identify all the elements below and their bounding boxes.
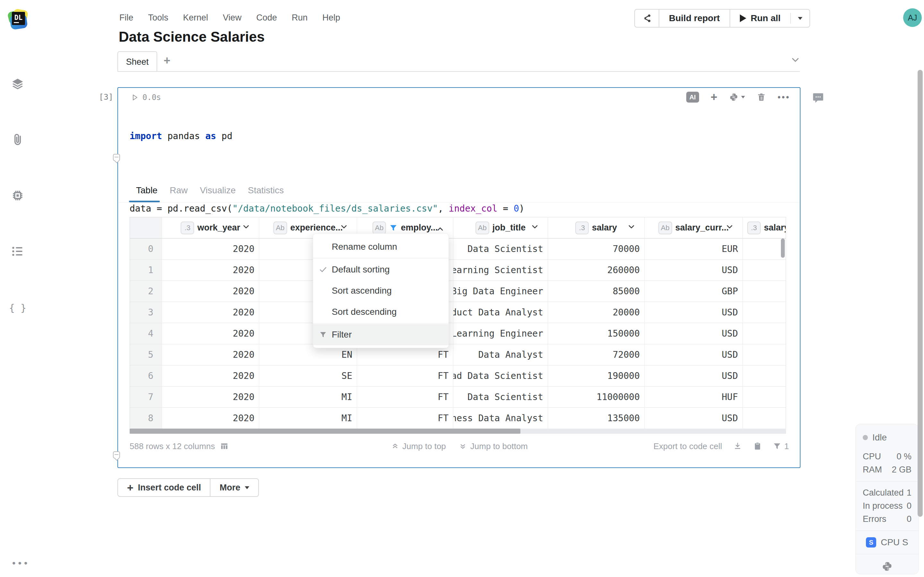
menu-item-sort-ascending[interactable]: Sort ascending — [313, 280, 449, 301]
avatar[interactable]: AJ — [903, 8, 922, 27]
run-all-button[interactable]: Run all — [730, 10, 790, 27]
comment-icon[interactable] — [811, 91, 825, 106]
chevron-down-icon[interactable] — [242, 222, 250, 234]
table-cell[interactable] — [743, 281, 786, 302]
column-header-salary-in-usd[interactable]: .3salary_i — [743, 218, 786, 239]
table-cell[interactable]: USD — [645, 408, 743, 429]
export-to-code-cell-button[interactable]: Export to code cell — [654, 442, 722, 451]
table-cell[interactable]: GBP — [645, 281, 743, 302]
tab-raw[interactable]: Raw — [170, 184, 188, 197]
more-button[interactable]: More — [210, 479, 258, 496]
run-options-dropdown[interactable] — [791, 10, 809, 27]
table-cell[interactable]: Machine Learning Scientist — [453, 259, 548, 281]
table-cell[interactable]: 2020 — [162, 366, 259, 387]
table-cell[interactable]: 2020 — [162, 302, 259, 323]
table-horizontal-scrollbar[interactable] — [129, 429, 786, 434]
table-cell[interactable] — [743, 239, 786, 259]
share-button[interactable] — [635, 10, 659, 27]
column-header-job-title[interactable]: Abjob_title — [453, 218, 548, 239]
table-cell[interactable]: 2020 — [162, 259, 259, 281]
table-cell[interactable]: Product Data Analyst — [453, 302, 548, 323]
table-cell[interactable]: Data Scientist — [453, 387, 548, 408]
table-cell[interactable] — [743, 408, 786, 429]
table-cell[interactable] — [743, 366, 786, 387]
chevron-down-icon[interactable] — [725, 222, 734, 234]
sidebar-more-icon[interactable]: ••• — [12, 558, 30, 569]
table-cell[interactable]: 70000 — [548, 239, 645, 259]
cell-collapse-handle[interactable] — [113, 154, 120, 161]
table-cell[interactable]: FT — [357, 387, 453, 408]
table-cell[interactable]: USD — [645, 302, 743, 323]
columns-icon[interactable] — [220, 442, 228, 450]
variables-icon[interactable]: { } — [9, 302, 26, 314]
tab-table[interactable]: Table — [136, 184, 158, 197]
table-cell[interactable]: FT — [357, 366, 453, 387]
table-cell[interactable]: 260000 — [548, 259, 645, 281]
table-cell[interactable]: SE — [259, 366, 357, 387]
menu-code[interactable]: Code — [256, 13, 277, 23]
menu-item-rename-column[interactable]: Rename column — [313, 236, 449, 258]
menu-tools[interactable]: Tools — [148, 13, 168, 23]
table-cell[interactable]: 20000 — [548, 302, 645, 323]
run-cell-icon[interactable] — [131, 93, 139, 101]
table-cell[interactable]: 190000 — [548, 366, 645, 387]
sheetbar-collapse-icon[interactable] — [790, 55, 801, 67]
table-cell[interactable] — [743, 302, 786, 323]
ai-assistant-icon[interactable]: AI — [686, 92, 699, 103]
delete-cell-icon[interactable] — [756, 92, 766, 102]
table-cell[interactable]: USD — [645, 344, 743, 366]
table-cell[interactable]: 85000 — [548, 281, 645, 302]
download-icon[interactable] — [733, 442, 742, 451]
jump-to-bottom-button[interactable]: Jump to bottom — [459, 442, 528, 451]
menu-view[interactable]: View — [223, 13, 242, 23]
table-cell[interactable] — [743, 259, 786, 281]
table-cell[interactable]: 2020 — [162, 344, 259, 366]
table-cell[interactable]: 2020 — [162, 408, 259, 429]
build-report-button[interactable]: Build report — [659, 10, 730, 27]
page-scrollbar[interactable] — [918, 70, 923, 517]
cell-collapse-handle[interactable] — [113, 451, 120, 458]
table-cell[interactable]: 2020 — [162, 323, 259, 344]
cell-more-icon[interactable]: ••• — [778, 92, 790, 102]
table-cell[interactable]: 72000 — [548, 344, 645, 366]
table-cell[interactable]: Lead Data Scientist — [453, 366, 548, 387]
table-cell[interactable] — [743, 323, 786, 344]
table-vertical-scrollbar[interactable] — [781, 239, 785, 258]
table-cell[interactable]: Data Scientist — [453, 239, 548, 259]
table-cell[interactable]: 2020 — [162, 239, 259, 259]
table-cell[interactable]: USD — [645, 323, 743, 344]
jump-to-top-button[interactable]: Jump to top — [391, 442, 446, 451]
cell-language-dropdown[interactable] — [729, 92, 745, 102]
menu-run[interactable]: Run — [292, 13, 308, 23]
insert-code-cell-button[interactable]: + Insert code cell — [118, 479, 210, 496]
datalore-logo[interactable]: DL — [8, 10, 27, 29]
table-cell[interactable]: EUR — [645, 239, 743, 259]
table-cell[interactable]: 135000 — [548, 408, 645, 429]
filter-count-button[interactable]: 1 — [773, 442, 789, 451]
table-cell[interactable]: 2020 — [162, 387, 259, 408]
environment-icon[interactable] — [11, 189, 25, 204]
table-cell[interactable] — [743, 344, 786, 366]
table-cell[interactable]: FT — [357, 408, 453, 429]
kernel-python-button[interactable] — [856, 561, 919, 572]
table-cell[interactable]: USD — [645, 259, 743, 281]
menu-item-sort-descending[interactable]: Sort descending — [313, 301, 449, 322]
column-header-work-year[interactable]: .3work_year — [162, 218, 259, 239]
table-cell[interactable]: 2020 — [162, 281, 259, 302]
table-cell[interactable]: Big Data Engineer — [453, 281, 548, 302]
add-cell-icon[interactable]: + — [711, 92, 717, 102]
attachments-icon[interactable] — [11, 133, 25, 148]
table-cell[interactable]: HUF — [645, 387, 743, 408]
table-cell[interactable]: MI — [259, 408, 357, 429]
chevron-down-icon[interactable] — [530, 222, 540, 234]
menu-kernel[interactable]: Kernel — [183, 13, 208, 23]
tab-sheet[interactable]: Sheet — [118, 51, 157, 72]
table-of-contents-icon[interactable] — [11, 244, 25, 259]
tab-visualize[interactable]: Visualize — [200, 184, 236, 197]
table-cell[interactable]: Business Data Analyst — [453, 408, 548, 429]
chevron-down-icon[interactable] — [339, 222, 349, 234]
table-cell[interactable]: MI — [259, 387, 357, 408]
add-sheet-button[interactable]: + — [164, 54, 170, 67]
menu-file[interactable]: File — [120, 13, 134, 23]
machine-selector[interactable]: S CPU S — [856, 537, 919, 548]
